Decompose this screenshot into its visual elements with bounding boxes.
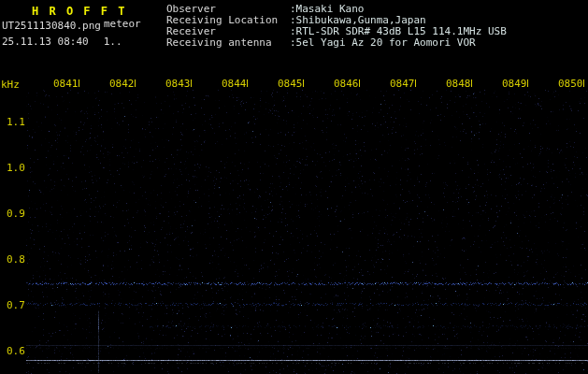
antenna-value: :5el Yagi Az 20 for Aomori VOR (290, 36, 476, 49)
x-tick-label: 0843 (165, 78, 191, 90)
y-tick-label: 0.7 (7, 299, 25, 311)
mode-label: meteor (104, 18, 141, 30)
x-tick-label: 0850 (558, 78, 583, 90)
y-tick-label: 0.6 (7, 345, 25, 357)
x-tick-label: 0848 (446, 78, 471, 90)
antenna-label: Receiving antenna (166, 37, 290, 49)
x-tick-label: 0847 (390, 78, 415, 90)
x-tick-label: 0841 (53, 78, 79, 90)
y-tick-label: 0.8 (7, 253, 25, 266)
y-tick-label: 1.0 (7, 162, 25, 174)
freq-axis-unit: kHz (1, 79, 20, 91)
x-tick-label: 0849 (502, 78, 527, 90)
header-row-antenna: Receiving antenna:5el Yagi Az 20 for Aom… (166, 37, 588, 49)
file-line: UT2511130840.pngmeteor (2, 20, 141, 32)
x-tick-label: 0842 (109, 78, 135, 90)
datetime: 25.11.13 08:40 (2, 36, 89, 48)
x-tick-label: 0846 (334, 78, 359, 90)
app-title: H R O F F T (32, 5, 126, 18)
x-tick-label: 0845 (278, 78, 303, 90)
x-tick-label: 0844 (222, 78, 247, 90)
date-line: 25.11.13 08:401.. (2, 36, 122, 48)
sequence-indicator: 1.. (104, 36, 122, 48)
y-tick-label: 1.1 (7, 116, 25, 128)
spectrogram-canvas (0, 0, 588, 374)
y-tick-label: 0.9 (7, 208, 25, 220)
filename: UT2511130840.png (2, 20, 101, 32)
hrofft-window: H R O F F T UT2511130840.pngmeteor 25.11… (0, 0, 588, 374)
